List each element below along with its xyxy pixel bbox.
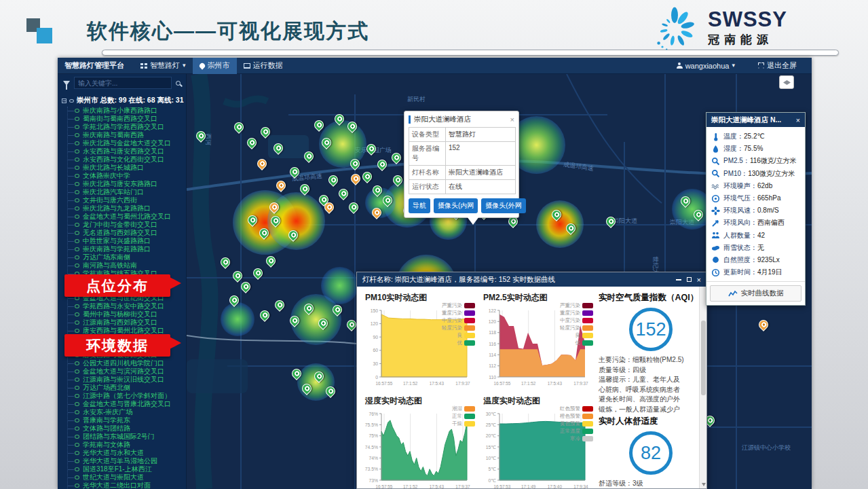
tree-item[interactable]: 学苑西路与永安中路交叉口 xyxy=(68,302,186,310)
scrollbar[interactable] xyxy=(699,287,706,488)
close-icon[interactable]: × xyxy=(697,276,701,283)
tree-item[interactable]: 公园大道四川机电学院门口 xyxy=(68,359,186,367)
minimize-icon[interactable] xyxy=(676,279,681,280)
tree-root[interactable]: 崇州市 总数: 99 在线: 68 离线: 31 xyxy=(58,92,186,107)
tree-item[interactable]: 文体路崇庆中学 xyxy=(68,172,186,180)
svg-text:17:5:43: 17:5:43 xyxy=(430,381,445,386)
tree-item[interactable]: 崇庆北路与唐安东路路口 xyxy=(68,180,186,188)
logo-name: SWSSY xyxy=(708,10,787,30)
tree-item[interactable]: 金盆地大道与蜀州北路交叉口 xyxy=(68,213,186,221)
legend-item: 黄色预警 xyxy=(560,420,593,427)
description-line: 舒适等级：3级 xyxy=(599,479,703,489)
svg-text:16:57:55: 16:57:55 xyxy=(376,381,393,386)
env-row-fan: 环境风速：0.8m/S xyxy=(711,204,800,217)
callout-point-distribution: 点位分布 xyxy=(64,274,170,297)
exit-fullscreen-button[interactable]: 退出全屏 xyxy=(751,58,804,74)
svg-text:74%: 74% xyxy=(369,456,378,460)
tree-item[interactable]: 江源南路与崇汉旧线交叉口 xyxy=(68,376,186,384)
user-menu[interactable]: wangxiaohua ▾ xyxy=(670,58,742,74)
env-panel-title: 崇阳大道澜峰酒店 N... xyxy=(711,115,781,125)
nav-item-city[interactable]: 崇州市 xyxy=(193,58,237,74)
tree-item[interactable]: 崇庆南路与学苑路路口 xyxy=(68,245,186,253)
tree-item[interactable]: 中胜世家与兴盛路路口 xyxy=(68,237,186,245)
search-icon[interactable] xyxy=(176,81,181,86)
tree-item[interactable]: 崇庆北路汽车站门口 xyxy=(68,188,186,196)
tree-item[interactable]: 文体路与团结路 xyxy=(68,424,186,433)
company-logo: SWSSY 冠南能源 xyxy=(648,4,838,53)
scroll-down-icon xyxy=(702,483,706,486)
env-rows: 温度：25.2℃湿度：75.5%PM2.5：116微克/立方米PM10：130微… xyxy=(706,127,805,281)
wind-icon xyxy=(711,219,720,228)
legend-item: 优 xyxy=(560,339,593,346)
sun-icon xyxy=(711,255,720,264)
map-road-label: 崇阳大道 xyxy=(613,217,637,225)
navigate-button[interactable]: 导航 xyxy=(409,198,430,213)
tree-item[interactable]: 万达广场东南侧 xyxy=(68,253,186,261)
tree-item[interactable]: 江源中路（第七小学斜对面） xyxy=(68,392,186,400)
camera-external-button[interactable]: 摄像头(外网 xyxy=(481,198,525,213)
svg-text:15℃: 15℃ xyxy=(486,445,497,450)
svg-text:17:9:37: 17:9:37 xyxy=(455,381,470,386)
tree-item[interactable]: 金盆地大道与晋康北路交叉口 xyxy=(68,400,186,408)
tree-item[interactable]: 崇庆北路与金盆地大道交叉口 xyxy=(68,139,186,147)
tree-item[interactable]: 世纪大道与崇阳大道 xyxy=(68,473,186,482)
tree-item[interactable]: 学苑北路与学苑西路交叉口 xyxy=(68,123,186,131)
streetlight-tree: 崇庆南路与小康西路路口蜀南街与蜀南西路交叉口学苑北路与学苑西路交叉口崇庆南路与蜀… xyxy=(67,107,186,489)
tree-item[interactable]: 龙门中街与金带街交叉口 xyxy=(68,221,186,229)
close-icon[interactable]: × xyxy=(796,116,800,124)
legend-item: 重度污染 xyxy=(442,309,475,316)
heat-blob xyxy=(221,302,254,336)
tree-item[interactable]: 金盆地大道与滨河路交叉口 xyxy=(68,367,186,376)
layers-button[interactable] xyxy=(779,75,794,89)
tree-item[interactable]: 崇庆南路与蜀南西路 xyxy=(68,131,186,139)
tree-item[interactable]: 蜀州中路与杨柳街交叉口 xyxy=(68,310,186,319)
tree-item[interactable]: 光华大道与永和大道 xyxy=(68,449,186,457)
tree-item[interactable]: 崇庆南路与小康西路路口 xyxy=(68,107,186,115)
tree-item[interactable]: 晋康南与学苑东 xyxy=(68,416,186,424)
svg-text:17:5:43: 17:5:43 xyxy=(548,381,563,386)
tree-item[interactable]: 永安东-崇庆广场 xyxy=(68,408,186,416)
chart-line-icon xyxy=(728,290,738,297)
legend-item: 红色预警 xyxy=(560,405,593,412)
legend-item: 潮湿 xyxy=(452,405,475,412)
panel-header-text: 灯杆名称: 崇阳大道澜峰酒店，服务器编号: 152 实时数据曲线 xyxy=(362,275,555,285)
legend-item: 良 xyxy=(560,331,593,339)
tree-item[interactable]: 江源南路与西郊路交叉口 xyxy=(68,319,186,327)
tree-item[interactable]: 光华大道与羊马湿地公园 xyxy=(68,457,186,465)
tree-item[interactable]: 南河路与高铁站南 xyxy=(68,261,186,270)
search-input[interactable] xyxy=(74,77,172,89)
close-icon[interactable]: × xyxy=(510,116,514,123)
filter-icon[interactable] xyxy=(63,81,70,86)
tree-item[interactable]: 崇庆北路与长城路口 xyxy=(68,164,186,172)
nav-item-running-data[interactable]: 运行数据 xyxy=(237,58,290,74)
wave-icon xyxy=(711,181,720,190)
scrollbar-thumb[interactable] xyxy=(701,321,706,395)
tree-item[interactable]: 文井街与唐六西街 xyxy=(68,196,186,204)
popup-row: 服务器编号152 xyxy=(409,142,516,166)
node-icon xyxy=(69,99,74,103)
svg-text:90: 90 xyxy=(373,335,378,340)
tree-item[interactable]: 光华大道二绕出口对面 xyxy=(68,482,186,489)
popup-title: 崇阳大道澜峰酒店 xyxy=(414,115,510,124)
restore-icon[interactable] xyxy=(687,277,692,282)
svg-text:0℃: 0℃ xyxy=(489,478,497,483)
tree-item[interactable]: 永安西路与唐安西路交叉口 xyxy=(68,147,186,156)
nav-item-streetlights[interactable]: 智慧路灯 ▾ xyxy=(134,58,193,74)
svg-text:120: 120 xyxy=(489,319,497,324)
tree-item[interactable]: 蜀南街与蜀南西路交叉口 xyxy=(68,115,186,123)
device-popup: 崇阳大道澜峰酒店 × 设备类型智慧路灯服务器编号152灯杆名称崇阳大道澜峰酒店运… xyxy=(404,111,519,218)
tree-item[interactable]: 万达广场西北侧 xyxy=(68,384,186,392)
svg-text:16:57:55: 16:57:55 xyxy=(376,484,393,489)
svg-text:5℃: 5℃ xyxy=(489,467,497,471)
tree-item[interactable]: 团结路与东城国际2号门 xyxy=(68,433,186,441)
realtime-curve-button[interactable]: 实时曲线数据 xyxy=(710,285,801,302)
logo-burst-icon xyxy=(648,4,701,53)
tree-item[interactable]: 崇庆北路与九龙路路口 xyxy=(68,204,186,213)
tree-item[interactable]: 无名道路与西郊路交叉口 xyxy=(68,229,186,237)
camera-internal-button[interactable]: 摄像头(内网 xyxy=(434,198,478,213)
collapse-icon[interactable] xyxy=(62,98,67,103)
tree-item[interactable]: 学苑南与文体路 xyxy=(68,441,186,449)
tree-item[interactable]: 永安西路与文化西街交叉口 xyxy=(68,156,186,164)
tree-item[interactable]: 国道318至F1-上林西江 xyxy=(68,465,186,473)
chart-temperature: 温度实时动态图红色预警橙色预警黄色预警正常温度寒冷16:57:5317:1:49… xyxy=(479,393,595,489)
